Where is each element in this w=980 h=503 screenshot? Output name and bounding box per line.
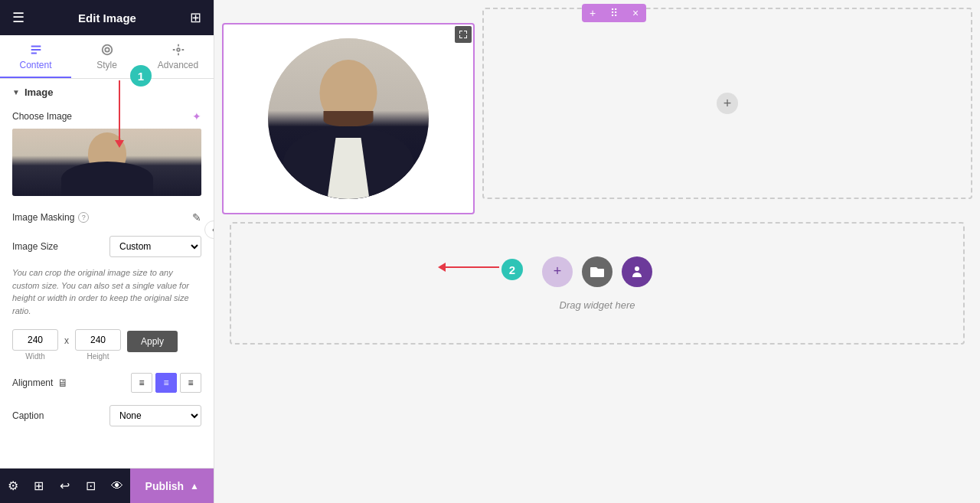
align-left-button[interactable]: ≡ xyxy=(131,373,152,393)
person-preview xyxy=(12,129,201,196)
portrait-beard xyxy=(324,111,374,126)
caption-select[interactable]: None Attachment Caption Custom Caption xyxy=(109,405,201,426)
drag-section: + Drag widget here xyxy=(230,222,965,345)
drag-add-button[interactable]: + xyxy=(542,256,573,287)
portrait-person xyxy=(268,38,429,199)
image-preview[interactable] xyxy=(12,129,201,196)
widget-top-controls: + ⠿ × xyxy=(582,4,646,22)
height-input[interactable] xyxy=(75,329,121,351)
apply-button[interactable]: Apply xyxy=(127,331,178,352)
height-label: Height xyxy=(87,352,109,361)
layers-icon-btn[interactable]: ⊞ xyxy=(26,469,52,503)
settings-icon-btn[interactable]: ⚙ xyxy=(0,469,26,503)
section-image-header[interactable]: ▼ Image xyxy=(0,79,214,106)
dynamic-tag-icon[interactable]: ✦ xyxy=(192,110,201,122)
publish-button[interactable]: Publish ▲ xyxy=(130,469,214,503)
history-icon-btn[interactable]: ↩ xyxy=(52,469,78,503)
section-arrow-icon: ▼ xyxy=(12,88,20,96)
alignment-row: Alignment 🖥 ≡ ≡ ≡ xyxy=(0,367,214,399)
image-size-row: Image Size Custom Thumbnail Medium Large… xyxy=(0,230,214,263)
caption-row: Caption None Attachment Caption Custom C… xyxy=(0,399,214,433)
fullscreen-icon[interactable] xyxy=(455,26,472,43)
caption-label: Caption xyxy=(12,410,44,421)
bottom-icons: ⚙ ⊞ ↩ ⊡ 👁 xyxy=(0,469,130,503)
red-arrow-2-head xyxy=(438,263,446,272)
add-widget-button-right[interactable]: + xyxy=(717,93,738,114)
grid-icon[interactable]: ⊞ xyxy=(190,9,201,26)
top-row: + xyxy=(222,8,972,214)
drag-widget-buttons: + xyxy=(542,256,652,287)
left-panel: ☰ Edit Image ⊞ Content Style Advanced xyxy=(0,0,214,503)
alignment-label: Alignment 🖥 xyxy=(12,377,68,389)
widget-close-button[interactable]: × xyxy=(625,4,646,22)
width-label: Width xyxy=(25,352,45,361)
annotation-2: 2 xyxy=(501,259,523,280)
image-size-select[interactable]: Custom Thumbnail Medium Large Full xyxy=(109,236,201,257)
svg-point-2 xyxy=(177,48,180,51)
image-block[interactable] xyxy=(222,23,475,214)
panel-content: ▼ Image Choose Image ✦ Ima xyxy=(0,79,214,503)
width-group: Width xyxy=(12,329,58,361)
preview-icon-btn[interactable]: 👁 xyxy=(104,469,130,503)
drag-person-button[interactable] xyxy=(622,256,652,287)
widget-drag-button[interactable]: ⠿ xyxy=(603,4,625,22)
drag-widget-text: Drag widget here xyxy=(560,299,635,311)
portrait-body xyxy=(283,126,413,199)
responsive-icon-btn[interactable]: ⊡ xyxy=(78,469,104,503)
drag-folder-button[interactable] xyxy=(582,256,612,287)
choose-image-label: Choose Image ✦ xyxy=(12,110,201,122)
portrait-container xyxy=(268,38,429,199)
section-image-label: Image xyxy=(24,87,54,98)
panel-tabs: Content Style Advanced xyxy=(0,35,214,79)
annotation-1: 1 xyxy=(130,65,152,87)
monitor-icon: 🖥 xyxy=(57,377,68,389)
dimension-separator: x xyxy=(64,329,69,346)
alignment-buttons: ≡ ≡ ≡ xyxy=(131,373,201,393)
align-center-button[interactable]: ≡ xyxy=(155,373,177,393)
dimensions-row: Width x Height Apply xyxy=(0,326,214,367)
choose-image-area: Choose Image ✦ xyxy=(0,106,214,205)
chevron-up-icon: ▲ xyxy=(190,481,199,492)
bottom-bar: ⚙ ⊞ ↩ ⊡ 👁 Publish ▲ xyxy=(0,468,214,503)
masking-info-icon[interactable]: ? xyxy=(78,212,89,223)
svg-point-1 xyxy=(105,47,109,51)
svg-point-0 xyxy=(102,45,112,55)
tab-content[interactable]: Content xyxy=(0,35,71,78)
image-size-label: Image Size xyxy=(12,241,58,252)
preview-body xyxy=(61,162,153,196)
portrait-shirt xyxy=(328,138,370,199)
hamburger-icon[interactable]: ☰ xyxy=(12,9,24,26)
image-masking-row: Image Masking ? ✎ xyxy=(0,205,214,230)
align-right-button[interactable]: ≡ xyxy=(180,373,201,393)
height-group: Height xyxy=(75,329,121,361)
masking-edit-button[interactable]: ✎ xyxy=(192,211,201,224)
main-area: + ⠿ × xyxy=(214,0,980,503)
image-size-info: You can crop the original image size to … xyxy=(0,263,214,326)
masking-label: Image Masking ? xyxy=(12,212,89,223)
empty-section-right: + xyxy=(482,8,972,199)
widget-add-button[interactable]: + xyxy=(582,4,603,22)
image-preview-inner xyxy=(12,129,201,196)
width-input[interactable] xyxy=(12,329,58,351)
canvas-wrapper: + + Drag widget here xyxy=(214,0,980,503)
panel-title: Edit Image xyxy=(78,11,136,24)
tab-advanced[interactable]: Advanced xyxy=(142,35,214,78)
red-arrow-2 xyxy=(444,266,499,268)
panel-header: ☰ Edit Image ⊞ xyxy=(0,0,214,35)
svg-point-3 xyxy=(635,266,639,271)
